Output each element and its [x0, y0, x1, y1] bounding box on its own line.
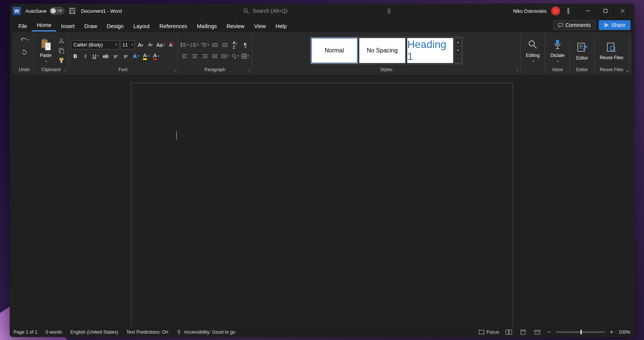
align-right-button[interactable]	[200, 52, 209, 61]
text-effects-button[interactable]: A▾	[131, 52, 140, 61]
collapse-ribbon-button[interactable]: ⌄	[626, 68, 629, 73]
svg-rect-13	[43, 39, 46, 40]
microphone-icon[interactable]	[386, 8, 392, 14]
group-styles: Normal No Spacing Heading 1 ▴▾⎓ Styles ⤡	[252, 34, 521, 73]
zoom-in-button[interactable]: +	[610, 329, 613, 336]
tab-insert[interactable]: Insert	[56, 21, 79, 31]
borders-button[interactable]: ▾	[241, 52, 250, 61]
decrease-indent-button[interactable]	[210, 40, 219, 49]
svg-rect-7	[604, 9, 607, 13]
highlight-button[interactable]: A▾	[142, 52, 151, 61]
shrink-font-button[interactable]: A▾	[146, 40, 155, 49]
tab-view[interactable]: View	[249, 21, 271, 31]
tab-mailings[interactable]: Mailings	[192, 21, 222, 31]
reuse-files-button[interactable]: Reuse Files	[597, 39, 626, 62]
autosave-toggle[interactable]: Off	[49, 7, 64, 15]
font-size-select[interactable]: 11▾	[121, 40, 135, 49]
redo-button[interactable]	[20, 48, 29, 57]
tab-help[interactable]: Help	[271, 21, 292, 31]
font-launcher-icon[interactable]: ⤡	[173, 68, 176, 72]
status-language[interactable]: English (United States)	[70, 330, 118, 335]
align-center-button[interactable]	[190, 52, 199, 61]
save-icon[interactable]	[69, 7, 76, 14]
svg-line-4	[247, 12, 249, 13]
styles-scroll[interactable]: ▴▾⎓	[455, 38, 462, 63]
change-case-button[interactable]: Aa▾	[156, 40, 165, 49]
tab-home[interactable]: Home	[32, 20, 56, 31]
bold-button[interactable]: B	[71, 52, 80, 61]
subscript-button[interactable]: x2	[111, 52, 120, 61]
copy-button[interactable]	[58, 47, 65, 54]
read-mode-button[interactable]	[504, 328, 513, 336]
underline-button[interactable]: U▾	[91, 52, 100, 61]
zoom-level[interactable]: 100%	[619, 330, 631, 335]
minimize-button[interactable]	[580, 5, 597, 17]
document-page[interactable]	[131, 83, 513, 327]
line-spacing-button[interactable]: ▾	[221, 52, 230, 61]
pen-icon[interactable]	[563, 6, 574, 16]
tab-layout[interactable]: Layout	[128, 21, 155, 31]
status-predictions[interactable]: Text Predictions: On	[127, 330, 168, 335]
search-placeholder: Search (Alt+Q)	[253, 8, 288, 14]
user-name[interactable]: Niks Ostrovskis	[513, 8, 547, 14]
share-button[interactable]: Share	[599, 20, 631, 30]
styles-gallery[interactable]: Normal No Spacing Heading 1 ▴▾⎓	[310, 37, 463, 64]
increase-indent-button[interactable]	[221, 40, 230, 49]
shading-button[interactable]: ▾	[231, 52, 240, 61]
autosave-control[interactable]: AutoSave Off	[25, 7, 64, 15]
editor-button[interactable]: Editor	[572, 39, 592, 62]
status-page[interactable]: Page 1 of 1	[13, 330, 37, 335]
user-avatar[interactable]	[551, 6, 560, 15]
italic-button[interactable]: I	[81, 52, 90, 61]
style-normal[interactable]: Normal	[311, 38, 358, 63]
close-button[interactable]	[614, 5, 631, 17]
style-heading-1[interactable]: Heading 1	[407, 38, 453, 63]
multilevel-list-button[interactable]: ▾	[200, 40, 209, 49]
zoom-slider[interactable]	[556, 331, 605, 333]
autosave-label: AutoSave	[25, 8, 46, 14]
status-accessibility[interactable]: Accessibility: Good to go	[176, 330, 235, 335]
tab-references[interactable]: References	[155, 21, 192, 31]
print-layout-button[interactable]	[519, 328, 528, 336]
svg-line-66	[534, 46, 537, 48]
format-painter-button[interactable]	[58, 57, 65, 64]
svg-text:3: 3	[191, 45, 192, 48]
grow-font-button[interactable]: A▴	[136, 40, 145, 49]
editing-button[interactable]: Editing ▾	[523, 36, 543, 64]
paragraph-launcher-icon[interactable]: ⤡	[247, 68, 250, 72]
tab-review[interactable]: Review	[222, 21, 249, 31]
clipboard-launcher-icon[interactable]: ⤡	[64, 68, 67, 72]
document-canvas[interactable]	[10, 75, 634, 327]
strikethrough-button[interactable]: ab	[101, 52, 110, 61]
comments-label: Comments	[565, 22, 591, 28]
styles-launcher-icon[interactable]: ⤡	[516, 68, 519, 72]
search-box[interactable]: Search (Alt+Q)	[239, 6, 396, 16]
undo-button[interactable]: ▾	[18, 35, 31, 44]
paste-button[interactable]: Paste ▾	[36, 36, 55, 64]
group-undo: ▾ Undo	[15, 34, 34, 73]
style-no-spacing[interactable]: No Spacing	[359, 38, 405, 63]
paste-icon	[39, 38, 52, 51]
focus-mode-button[interactable]: Focus	[479, 330, 499, 335]
dictate-button[interactable]: Dictate ▾	[547, 36, 567, 64]
font-color-button[interactable]: A▾	[152, 52, 161, 61]
font-name-select[interactable]: Calibri (Body)▾	[71, 40, 119, 49]
comments-button[interactable]: Comments	[553, 20, 596, 30]
cut-button[interactable]	[58, 37, 65, 45]
status-words[interactable]: 0 words	[46, 330, 62, 335]
zoom-out-button[interactable]: −	[547, 329, 550, 336]
tab-design[interactable]: Design	[102, 21, 128, 31]
superscript-button[interactable]: x2	[121, 52, 130, 61]
clear-formatting-button[interactable]: A⌫	[166, 40, 175, 49]
bullets-button[interactable]: ▾	[180, 40, 189, 49]
tab-file[interactable]: File	[13, 21, 32, 31]
numbering-button[interactable]: 123▾	[190, 40, 199, 49]
web-layout-button[interactable]	[533, 328, 542, 336]
show-marks-button[interactable]: ¶	[241, 40, 250, 49]
group-undo-label: Undo	[17, 67, 31, 73]
maximize-button[interactable]	[597, 5, 614, 17]
align-left-button[interactable]	[180, 52, 189, 61]
sort-button[interactable]: A↓Z	[231, 40, 240, 49]
tab-draw[interactable]: Draw	[79, 21, 102, 31]
justify-button[interactable]	[210, 52, 219, 61]
